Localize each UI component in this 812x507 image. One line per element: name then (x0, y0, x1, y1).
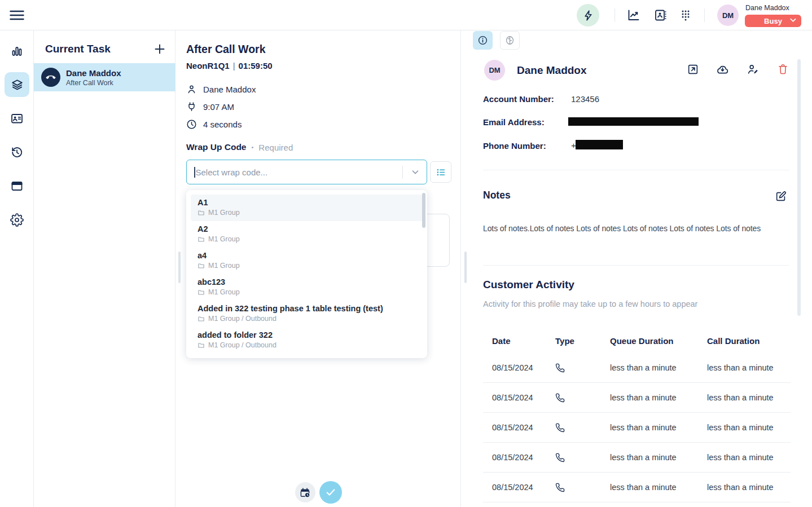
wrap-code-option[interactable]: A1 M1 Group (191, 195, 423, 221)
sidebar-item-analytics[interactable] (5, 39, 29, 64)
edit-contact-button[interactable] (747, 63, 759, 76)
option-group-label: M1 Group (208, 288, 240, 296)
activity-table: Date Type Queue Duration Call Duration 0… (483, 328, 791, 502)
complete-task-button[interactable] (319, 481, 342, 504)
history-icon (10, 146, 24, 159)
folder-icon (197, 262, 205, 270)
dropdown-scrollbar-thumb[interactable] (422, 193, 425, 228)
edit-notes-button[interactable] (775, 190, 787, 202)
activity-table-row[interactable]: 08/15/2024 less than a minute less than … (483, 413, 791, 443)
option-label: added to folder 322 (197, 330, 416, 340)
tab-profile-info[interactable] (473, 31, 493, 50)
right-panel-scrollbar-thumb[interactable] (797, 59, 801, 316)
check-icon (325, 487, 336, 498)
line-chart-icon (627, 8, 640, 22)
chevron-down-icon[interactable] (410, 167, 420, 177)
activity-table-row[interactable]: 08/15/2024 less than a minute less than … (483, 383, 791, 413)
panel-resize-handle-left[interactable] (178, 252, 181, 283)
wrap-code-option[interactable]: A2 M1 Group (191, 221, 423, 248)
delete-icon (777, 63, 789, 75)
option-group-row: M1 Group / Outbound (197, 341, 416, 349)
contact-name: Dane Maddox (203, 85, 256, 94)
dialpad-button[interactable] (679, 8, 692, 22)
task-texts: Dane Maddox After Call Work (66, 68, 121, 87)
contact-profile-panel: DM Dane Maddox (461, 30, 812, 507)
tab-ai-insights[interactable] (500, 31, 520, 50)
wrap-code-option[interactable]: a4 M1 Group (191, 248, 423, 274)
chevron-down-icon (790, 18, 796, 23)
option-label: Added in 322 testing phase 1 table testi… (197, 304, 416, 313)
calendar-clock-icon (300, 487, 310, 498)
sidebar-item-contacts[interactable] (5, 106, 29, 131)
activity-table-header: Date Type Queue Duration Call Duration (483, 328, 791, 353)
duration-value: 4 seconds (203, 120, 242, 129)
customer-activity-subtitle: Activity for this profile may take up to… (483, 299, 697, 308)
activity-table-row[interactable]: 08/15/2024 less than a minute less than … (483, 473, 791, 502)
folder-icon (197, 315, 205, 323)
profile-name: Dane Maddox (517, 64, 587, 77)
wrap-code-option[interactable]: Added in 322 testing phase 1 table testi… (191, 301, 423, 327)
download-cloud-icon (716, 63, 728, 76)
task-title: After Call Work (186, 43, 266, 56)
wrap-code-option[interactable]: added to folder 322 M1 Group / Outbound (191, 327, 423, 354)
info-icon (477, 35, 488, 46)
task-contact-name: Dane Maddox (66, 68, 121, 78)
open-profile-button[interactable] (687, 63, 699, 76)
download-profile-button[interactable] (716, 63, 728, 76)
person-icon (186, 84, 197, 95)
contact-book-icon (653, 8, 667, 22)
option-label: abc123 (197, 277, 416, 286)
avatar-initials: DM (722, 11, 734, 20)
reporting-button[interactable] (627, 8, 640, 22)
status-dropdown[interactable]: Busy (745, 15, 801, 27)
activity-table-row[interactable]: 08/15/2024 less than a minute less than … (483, 443, 791, 473)
window-icon (10, 179, 24, 193)
quick-action-button[interactable] (577, 4, 599, 27)
browse-wrap-codes-button[interactable] (430, 161, 451, 183)
task-avatar (41, 68, 60, 87)
app-screen: DM Dane Maddox Busy (0, 0, 812, 507)
contact-row: Dane Maddox (186, 84, 256, 95)
plug-icon (186, 102, 197, 112)
sidebar-item-tasks[interactable] (5, 72, 29, 97)
option-group-label: M1 Group / Outbound (208, 315, 276, 323)
user-avatar[interactable]: DM (717, 5, 739, 26)
duration-row: 4 seconds (186, 119, 242, 130)
sidebar-item-settings[interactable] (5, 208, 29, 232)
option-group-row: M1 Group (197, 288, 416, 296)
account-number-label: Account Number: (483, 94, 554, 104)
task-list-item[interactable]: Dane Maddox After Call Work (34, 63, 175, 91)
activity-call-duration: less than a minute (698, 453, 791, 462)
option-label: a4 (197, 251, 416, 260)
activity-call-duration: less than a minute (698, 483, 791, 492)
contacts-directory-button[interactable] (653, 8, 667, 22)
email-label: Email Address: (483, 117, 545, 127)
activity-table-row[interactable]: 08/15/2024 less than a minute less than … (483, 353, 791, 383)
schedule-button[interactable] (295, 482, 315, 502)
activity-date: 08/15/2024 (483, 453, 546, 462)
wrap-up-code-label-row: Wrap Up Code • Required (186, 142, 293, 152)
hamburger-icon (10, 8, 24, 22)
phone-call-icon (555, 453, 601, 462)
topbar-divider (704, 8, 705, 22)
phone-call-icon (555, 393, 601, 403)
sidebar-item-history[interactable] (5, 140, 29, 165)
delete-contact-button[interactable] (777, 63, 789, 76)
notes-title: Notes (483, 189, 511, 201)
panel-resize-handle-right[interactable] (464, 252, 467, 283)
plus-icon (154, 43, 165, 55)
wrap-code-option[interactable]: abc123 M1 Group (191, 274, 423, 301)
wrap-code-select[interactable]: Select wrap code... (186, 160, 427, 184)
hamburger-menu-button[interactable] (10, 8, 24, 22)
activity-rows: 08/15/2024 less than a minute less than … (483, 353, 791, 502)
after-call-work-panel: After Call Work NeonR1Q1|01:59:50 Dane M… (175, 30, 461, 507)
add-task-button[interactable] (154, 43, 165, 55)
sidebar-item-browser[interactable] (5, 174, 29, 199)
brain-icon (504, 35, 515, 46)
task-action-buttons (175, 481, 461, 504)
activity-type-cell (546, 453, 601, 462)
activity-date: 08/15/2024 (483, 393, 546, 402)
header-date: Date (483, 336, 546, 346)
option-group-label: M1 Group (208, 262, 240, 270)
top-bar: DM Dane Maddox Busy (0, 0, 812, 30)
